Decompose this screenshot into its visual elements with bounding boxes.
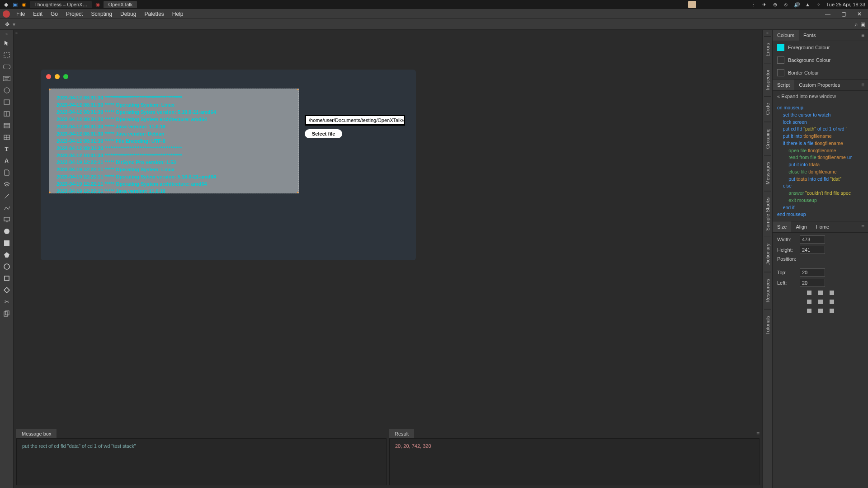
page-tool-icon[interactable] — [2, 168, 12, 177]
menu-palettes[interactable]: Palettes — [141, 10, 167, 18]
taskbar-tab[interactable]: OpenXTalk — [104, 1, 137, 8]
resize-handle-icon[interactable] — [49, 89, 51, 90]
colour-swatch[interactable] — [777, 44, 784, 51]
select-tool-icon[interactable] — [2, 51, 12, 60]
wifi-icon[interactable]: ▲ — [805, 1, 811, 8]
oval-outline-tool-icon[interactable] — [2, 262, 12, 271]
border-colour-row[interactable]: Border Colour — [773, 66, 868, 79]
rect-tool-icon[interactable] — [2, 98, 12, 107]
window-close-icon[interactable]: ✕ — [854, 10, 865, 18]
cut-tool-icon[interactable]: ✂ — [2, 297, 12, 306]
field-tool-icon[interactable] — [2, 74, 12, 83]
menu-project[interactable]: Project — [62, 10, 86, 18]
firefox-icon[interactable]: ◉ — [21, 1, 27, 8]
panel-menu-icon[interactable]: ≡ — [756, 431, 760, 437]
window-maximize-icon[interactable]: ▢ — [838, 10, 850, 18]
split-tool-icon[interactable] — [2, 109, 12, 118]
path-field[interactable]: /home/user/Documents/testing/OpenXTalk/d… — [305, 115, 405, 126]
move-tool-icon[interactable]: ✥ — [3, 20, 12, 29]
search-icon[interactable]: ⌕ — [854, 21, 858, 28]
menu-debug[interactable]: Debug — [117, 10, 140, 18]
label-tool-icon[interactable]: A — [2, 156, 12, 165]
gnome-icon[interactable]: ◆ — [3, 1, 9, 8]
zoom-icon[interactable] — [63, 74, 68, 79]
resize-handle-icon[interactable] — [297, 192, 299, 193]
pointer-tool-icon[interactable] — [2, 39, 12, 48]
side-tab-sample-stacks[interactable]: Sample Stacks — [764, 191, 771, 237]
expand-window-button[interactable]: « Expand into new window — [773, 91, 868, 102]
side-tab-messages[interactable]: Messages — [764, 155, 771, 191]
message-box-input[interactable]: put the rect of cd fld "data" of cd 1 of… — [16, 438, 387, 485]
files-icon[interactable]: ▣ — [12, 1, 18, 8]
side-tab-code[interactable]: Code — [764, 96, 771, 121]
result-tab[interactable]: Result — [389, 429, 414, 438]
script-editor[interactable]: on mouseup set the cursor to watch lock … — [773, 102, 868, 221]
grid-tool-icon[interactable] — [2, 133, 12, 142]
stack-window[interactable]: 2023-04-12 08:31:30 ********************… — [41, 70, 416, 260]
foreground-colour-row[interactable]: Foreground Colour — [773, 41, 868, 54]
anchor-widget[interactable] — [807, 291, 834, 313]
minimize-icon[interactable] — [55, 74, 60, 79]
circle-tool-icon[interactable] — [2, 86, 12, 95]
side-tab-dictionary[interactable]: Dictionary — [764, 237, 771, 272]
side-tab-errors[interactable]: Errors — [764, 36, 771, 63]
colour-swatch[interactable] — [777, 69, 784, 76]
size-tab[interactable]: Size — [773, 221, 791, 232]
bluetooth-icon[interactable]: ⎋ — [783, 1, 789, 8]
copy-tool-icon[interactable] — [2, 309, 12, 318]
message-box-tab[interactable]: Message box — [16, 429, 57, 438]
colour-swatch[interactable] — [777, 56, 784, 64]
side-tab-inspector[interactable]: Inspector — [764, 63, 771, 96]
menu-file[interactable]: File — [13, 10, 28, 18]
menu-help[interactable]: Help — [169, 10, 187, 18]
window-minimize-icon[interactable]: — — [821, 10, 834, 18]
panel-menu-icon[interactable]: ≡ — [858, 224, 868, 230]
list-tool-icon[interactable] — [2, 121, 12, 130]
text-tool-icon[interactable]: T — [2, 145, 12, 154]
button-tool-icon[interactable] — [2, 62, 12, 71]
panels-icon[interactable]: ▣ — [860, 21, 865, 28]
draw-tool-icon[interactable] — [2, 203, 12, 212]
script-tab[interactable]: Script — [773, 80, 794, 90]
resize-handle-icon[interactable] — [49, 192, 51, 193]
resize-handle-icon[interactable] — [297, 89, 299, 90]
menu-edit[interactable]: Edit — [29, 10, 46, 18]
oval-fill-tool-icon[interactable] — [2, 227, 12, 236]
close-icon[interactable] — [46, 74, 51, 79]
square-outline-tool-icon[interactable] — [2, 274, 12, 283]
fonts-tab[interactable]: Fonts — [799, 30, 821, 41]
panel-menu-icon[interactable]: ≡ — [858, 82, 868, 88]
share-icon[interactable]: ⚬ — [816, 1, 822, 8]
left-input[interactable] — [800, 279, 825, 287]
colours-tab[interactable]: Colours — [773, 30, 799, 41]
custom-properties-tab[interactable]: Custom Properties — [794, 80, 844, 90]
tray-menu-icon[interactable]: ⋮ — [750, 1, 757, 8]
top-input[interactable] — [800, 268, 825, 277]
square-fill-tool-icon[interactable] — [2, 239, 12, 248]
telegram-icon[interactable]: ✈ — [761, 1, 768, 8]
menu-go[interactable]: Go — [47, 10, 61, 18]
volume-icon[interactable]: 🔊 — [794, 1, 800, 8]
canvas[interactable]: » 2023-04-12 08:31:30 ******************… — [14, 30, 762, 429]
data-field[interactable]: 2023-04-12 08:31:30 ********************… — [49, 89, 299, 193]
stack-tool-icon[interactable] — [2, 180, 12, 189]
select-file-button[interactable]: Select file — [305, 129, 342, 138]
side-tab-resources[interactable]: Resources — [764, 272, 771, 309]
background-colour-row[interactable]: Background Colour — [773, 54, 868, 66]
tray-app-icon[interactable] — [688, 1, 696, 8]
openxtalk-icon[interactable]: ◉ — [94, 1, 101, 8]
side-tab-tutorials[interactable]: Tutorials — [764, 309, 771, 341]
height-input[interactable] — [800, 246, 825, 254]
diamond-tool-icon[interactable] — [2, 286, 12, 295]
monitor-tool-icon[interactable] — [2, 215, 12, 224]
pentagon-tool-icon[interactable] — [2, 250, 12, 259]
panel-menu-icon[interactable]: ≡ — [858, 32, 868, 38]
menu-scripting[interactable]: Scripting — [87, 10, 116, 18]
width-input[interactable] — [800, 235, 825, 244]
line-tool-icon[interactable] — [2, 192, 12, 201]
network-icon[interactable]: ⊕ — [772, 1, 778, 8]
home-tab[interactable]: Home — [811, 221, 834, 232]
clock[interactable]: Tue 25 Apr, 18:33 — [826, 2, 865, 7]
align-tab[interactable]: Align — [791, 221, 811, 232]
taskbar-tab[interactable]: Thoughtless – OpenX… — [30, 1, 92, 8]
